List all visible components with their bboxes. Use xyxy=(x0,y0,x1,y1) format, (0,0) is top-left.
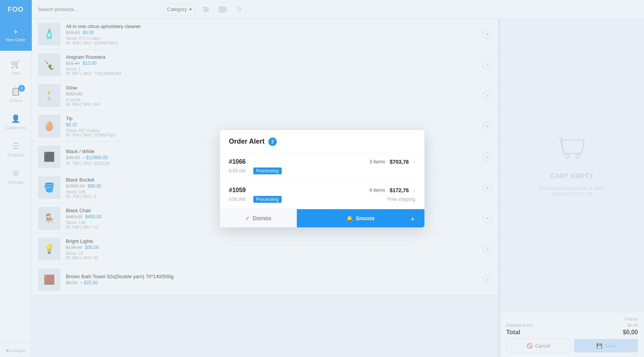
snooze-button[interactable]: 🔔 Snooze ▲ xyxy=(297,209,424,227)
order-items-count: 3 items xyxy=(369,159,385,164)
order-right: 4 items $172,76 › xyxy=(369,187,415,193)
order-number: #1059 xyxy=(229,187,246,194)
order-detail-chevron[interactable]: › xyxy=(413,187,415,193)
bell-icon: 🔔 xyxy=(346,215,353,221)
dismiss-label: Dismiss xyxy=(253,215,271,221)
order-item: #1059 4 items $172,76 › 9:50 AM Processi… xyxy=(229,181,415,209)
order-time: 9:55 AM xyxy=(229,168,246,174)
order-item-top: #1066 3 items $703,76 › xyxy=(229,158,415,165)
dismiss-button[interactable]: ✓ Dismiss xyxy=(220,209,297,227)
order-alert-modal: Order Alert 2 #1066 3 items $703,76 › 9:… xyxy=(220,130,424,227)
modal-badge: 2 xyxy=(268,138,277,146)
modal-body: #1066 3 items $703,76 › 9:55 AM Processi… xyxy=(220,152,424,209)
snooze-label: Snooze xyxy=(356,215,375,221)
order-right: 3 items $703,76 › xyxy=(369,159,415,165)
order-items-count: 4 items xyxy=(369,187,385,193)
order-detail-chevron[interactable]: › xyxy=(413,159,415,165)
order-number: #1066 xyxy=(229,158,246,165)
chevron-up-icon: ▲ xyxy=(410,215,420,221)
order-item-bottom: 9:50 AM Processing Free shipping xyxy=(229,196,415,203)
order-item: #1066 3 items $703,76 › 9:55 AM Processi… xyxy=(229,152,415,181)
status-badge: Processing xyxy=(253,196,282,203)
checkmark-icon: ✓ xyxy=(245,215,250,221)
order-item-top: #1059 4 items $172,76 › xyxy=(229,187,415,194)
order-amount: $703,76 xyxy=(390,159,409,165)
order-item-bottom: 9:55 AM Processing xyxy=(229,168,415,174)
order-shipping: Free shipping xyxy=(388,197,415,202)
order-amount: $172,76 xyxy=(390,187,409,193)
modal-header: Order Alert 2 xyxy=(220,130,424,152)
order-time: 9:50 AM xyxy=(229,197,246,202)
modal-title: Order Alert xyxy=(229,138,265,146)
modal-footer: ✓ Dismiss 🔔 Snooze ▲ xyxy=(220,209,424,227)
modal-overlay: Order Alert 2 #1066 3 items $703,76 › 9:… xyxy=(0,0,644,357)
status-badge: Processing xyxy=(253,168,282,174)
